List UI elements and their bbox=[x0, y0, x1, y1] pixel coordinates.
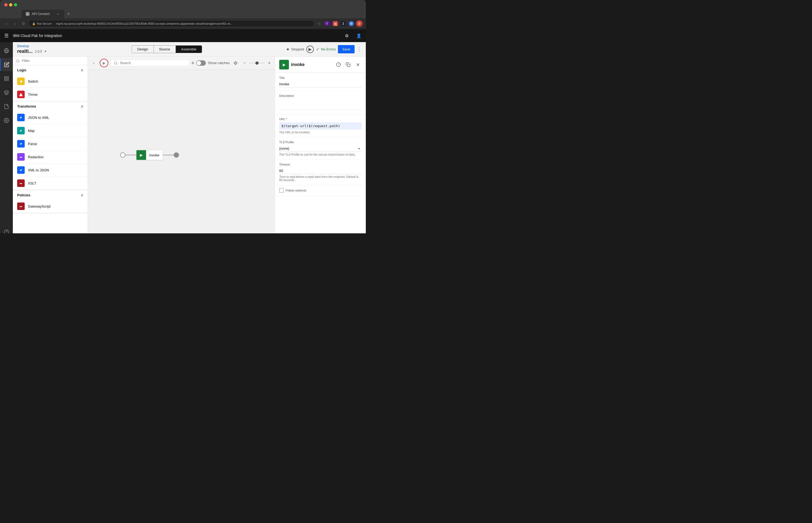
sidebar-icon-manage[interactable] bbox=[0, 100, 13, 113]
no-errors-indicator: ✓ No Errors bbox=[316, 47, 336, 52]
tab-source[interactable]: Source bbox=[154, 46, 176, 53]
section-header-policies[interactable]: Policies ∧ bbox=[13, 190, 88, 200]
description-label: Description bbox=[279, 94, 361, 97]
profile-button[interactable]: D bbox=[356, 20, 363, 27]
follow-redirects-group: Follow redirects bbox=[275, 185, 366, 196]
section-header-logic[interactable]: Logic ∧ bbox=[13, 65, 88, 75]
center-view-button[interactable] bbox=[232, 59, 239, 67]
more-options-button[interactable]: ⋮ bbox=[357, 47, 361, 52]
palette-item-xml-to-json[interactable]: ⇄ XML to JSON bbox=[13, 164, 88, 177]
bookmark-button[interactable]: ☆ bbox=[316, 20, 322, 27]
minimize-button[interactable] bbox=[9, 3, 12, 6]
zoom-thumb[interactable] bbox=[256, 61, 259, 65]
sidebar-icon-globe[interactable] bbox=[0, 44, 13, 57]
status-text: Stopped bbox=[291, 47, 304, 51]
save-button[interactable]: Save bbox=[338, 45, 355, 53]
search-input[interactable] bbox=[120, 61, 186, 65]
panel-close-button[interactable]: ✕ bbox=[354, 61, 361, 68]
palette-item-json-to-xml[interactable]: ⇄ JSON to XML bbox=[13, 111, 88, 124]
description-input[interactable] bbox=[279, 99, 361, 110]
section-toggle-policies: ∧ bbox=[81, 193, 83, 197]
follow-redirects-checkbox-group: Follow redirects bbox=[279, 188, 361, 193]
back-nav-button[interactable]: ‹ bbox=[90, 59, 97, 67]
settings-icon[interactable]: ⚙ bbox=[345, 33, 348, 38]
xml-to-json-label: XML to JSON bbox=[28, 168, 49, 172]
filter-button[interactable]: ≡ bbox=[192, 60, 194, 66]
run-button[interactable]: ▶ bbox=[100, 59, 108, 67]
follow-redirects-checkbox[interactable] bbox=[279, 188, 284, 193]
panel-info-button[interactable] bbox=[335, 61, 342, 68]
new-tab-button[interactable]: + bbox=[65, 10, 72, 18]
sidebar-icon-help[interactable] bbox=[0, 226, 13, 233]
description-field-group: Description bbox=[275, 91, 366, 114]
section-header-transforms[interactable]: Transforms ∧ bbox=[13, 102, 88, 111]
xml-to-json-icon: ⇄ bbox=[17, 166, 25, 174]
palette-item-parse[interactable]: ⇄ Parse bbox=[13, 137, 88, 150]
svg-rect-3 bbox=[7, 77, 8, 78]
switch-control[interactable] bbox=[196, 60, 206, 66]
zoom-slider[interactable] bbox=[249, 62, 265, 64]
browser-tab[interactable]: A API Connect ✕ bbox=[21, 10, 64, 18]
user-icon[interactable]: 👤 bbox=[356, 33, 361, 38]
maximize-button[interactable] bbox=[14, 3, 17, 6]
z-extension-icon[interactable]: Z bbox=[340, 20, 346, 27]
tab-title: API Connect bbox=[32, 12, 50, 16]
show-catches-toggle[interactable]: Show catches bbox=[196, 60, 230, 66]
status-area: Stopped ▶ ✓ No Errors Save ⋮ bbox=[287, 45, 361, 53]
app-title: IBM Cloud Pak for Integration bbox=[13, 34, 62, 38]
panel-copy-button[interactable] bbox=[344, 61, 352, 68]
flow-end-node bbox=[174, 152, 179, 158]
palette-item-gatewayscript[interactable]: ▬ GatewayScript bbox=[13, 200, 88, 213]
palette-section-policies: Policies ∧ ▬ GatewayScript bbox=[13, 190, 88, 213]
hamburger-menu[interactable]: ☰ bbox=[4, 33, 8, 39]
zoom-controls: − + bbox=[242, 60, 272, 66]
title-input[interactable] bbox=[279, 81, 361, 87]
palette-item-switch[interactable]: ◆ Switch bbox=[13, 75, 88, 88]
develop-breadcrumb[interactable]: Develop bbox=[17, 44, 47, 48]
palette-item-redaction[interactable]: ▬ Redaction bbox=[13, 150, 88, 164]
left-sidebar bbox=[0, 42, 13, 233]
svg-point-10 bbox=[17, 59, 19, 62]
canvas[interactable]: ▶ invoke bbox=[88, 70, 275, 233]
no-errors-label: No Errors bbox=[321, 47, 336, 51]
palette-item-map[interactable]: ⇄ Map bbox=[13, 124, 88, 137]
url-bar[interactable]: 🔒 Not Secure | mgmt.icp-proxy.icp4i-work… bbox=[29, 21, 314, 26]
back-button[interactable]: ‹ bbox=[3, 20, 10, 27]
section-title-transforms: Transforms bbox=[17, 104, 36, 108]
sidebar-icon-edit[interactable] bbox=[0, 58, 13, 71]
sidebar-icon-catalog[interactable] bbox=[0, 72, 13, 85]
section-title-logic: Logic bbox=[17, 68, 26, 72]
url-label: URL bbox=[279, 118, 361, 121]
palette-filter-input[interactable] bbox=[22, 59, 84, 63]
start-button[interactable]: ▶ bbox=[306, 46, 314, 53]
invoke-node-icon: ▶ bbox=[136, 150, 146, 160]
tls-select-wrapper: (none) bbox=[279, 145, 361, 152]
tab-design[interactable]: Design bbox=[132, 46, 154, 53]
extensions-button[interactable]: Z bbox=[324, 20, 331, 27]
palette-item-throw[interactable]: Throw bbox=[13, 88, 88, 101]
version-badge[interactable]: 1.0.0 bbox=[35, 50, 42, 53]
svg-point-13 bbox=[114, 61, 117, 64]
timeout-field-group: Timeout Time to wait before a reply back… bbox=[275, 160, 366, 185]
reload-button[interactable]: ↻ bbox=[20, 20, 27, 27]
close-tab-button[interactable]: ✕ bbox=[56, 12, 60, 16]
tls-select[interactable]: (none) bbox=[279, 145, 361, 152]
url-value[interactable]: $(target-url)$(request.path) bbox=[279, 122, 361, 129]
title-bar bbox=[0, 0, 366, 10]
forward-button[interactable]: › bbox=[12, 20, 18, 27]
tls-hint: The TLS Profile to use for the secure tr… bbox=[279, 153, 361, 156]
sidebar-icon-layers[interactable] bbox=[0, 86, 13, 99]
timeout-input[interactable] bbox=[279, 168, 361, 174]
zoom-in-button[interactable]: + bbox=[266, 60, 272, 66]
api-editor-header: Develop realti... 1.0.0 ▼ Design Source … bbox=[13, 42, 366, 57]
url-text: mgmt.icp-proxy.icp4i-workshop-f009311413… bbox=[56, 22, 233, 25]
tab-assemble[interactable]: Assemble bbox=[176, 46, 202, 53]
sidebar-icon-settings[interactable] bbox=[0, 114, 13, 127]
palette-item-xslt[interactable]: ▬ XSLT bbox=[13, 177, 88, 190]
close-button[interactable] bbox=[4, 3, 7, 6]
version-chevron: ▼ bbox=[44, 50, 47, 53]
zoom-out-button[interactable]: − bbox=[242, 60, 248, 66]
d-extension-icon[interactable]: D bbox=[348, 20, 355, 27]
section-toggle-logic: ∧ bbox=[81, 68, 83, 72]
invoke-node[interactable]: ▶ invoke bbox=[136, 150, 163, 160]
